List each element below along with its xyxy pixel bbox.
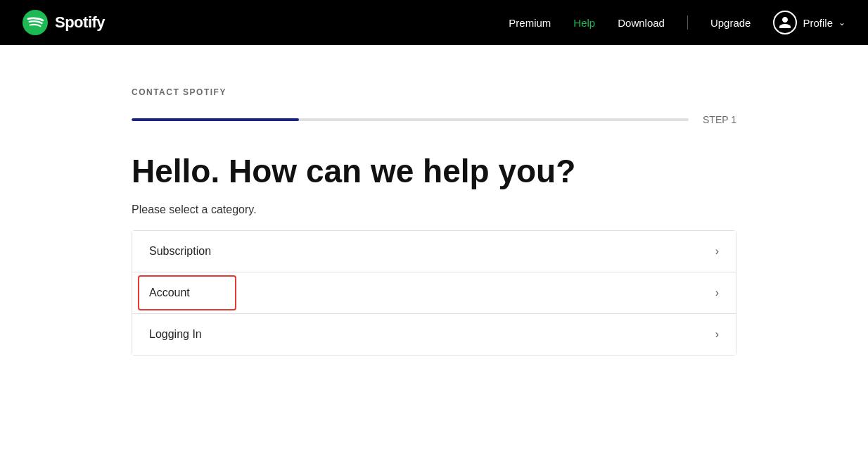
nav-download[interactable]: Download	[618, 17, 665, 29]
page-title: Hello. How can we help you?	[132, 153, 736, 189]
main-content: CONTACT SPOTIFY STEP 1 Hello. How can we…	[117, 45, 751, 384]
chevron-right-icon: ›	[715, 245, 719, 258]
category-account-label: Account	[149, 287, 190, 299]
profile-label: Profile	[803, 17, 833, 29]
spotify-logo-icon	[23, 10, 48, 35]
chevron-down-icon: ⌄	[838, 18, 845, 27]
category-subscription-label: Subscription	[149, 245, 211, 258]
contact-label: CONTACT SPOTIFY	[132, 87, 736, 97]
navbar: Spotify Premium Help Download Upgrade Pr…	[0, 0, 868, 45]
nav-links: Premium Help Download Upgrade Profile ⌄	[509, 11, 845, 34]
category-logging-in-label: Logging In	[149, 328, 202, 341]
category-item-account[interactable]: Account ›	[132, 272, 736, 314]
nav-upgrade[interactable]: Upgrade	[710, 17, 751, 29]
svg-point-0	[23, 10, 48, 35]
logo-text: Spotify	[55, 13, 105, 32]
category-list: Subscription › Account › Logging In ›	[132, 230, 736, 356]
progress-bar-container	[132, 118, 689, 121]
logo-link[interactable]: Spotify	[23, 10, 105, 35]
profile-avatar-icon	[773, 11, 797, 34]
profile-menu[interactable]: Profile ⌄	[773, 11, 845, 34]
progress-row: STEP 1	[132, 114, 736, 125]
nav-premium[interactable]: Premium	[509, 17, 551, 29]
category-item-subscription[interactable]: Subscription ›	[132, 231, 736, 272]
category-prompt: Please select a category.	[132, 203, 736, 216]
progress-bar-fill	[132, 118, 299, 121]
nav-help[interactable]: Help	[573, 17, 595, 29]
step-label: STEP 1	[703, 114, 736, 125]
chevron-right-icon: ›	[715, 328, 719, 341]
chevron-right-icon: ›	[715, 287, 719, 299]
nav-divider	[687, 15, 688, 30]
category-item-logging-in[interactable]: Logging In ›	[132, 314, 736, 355]
